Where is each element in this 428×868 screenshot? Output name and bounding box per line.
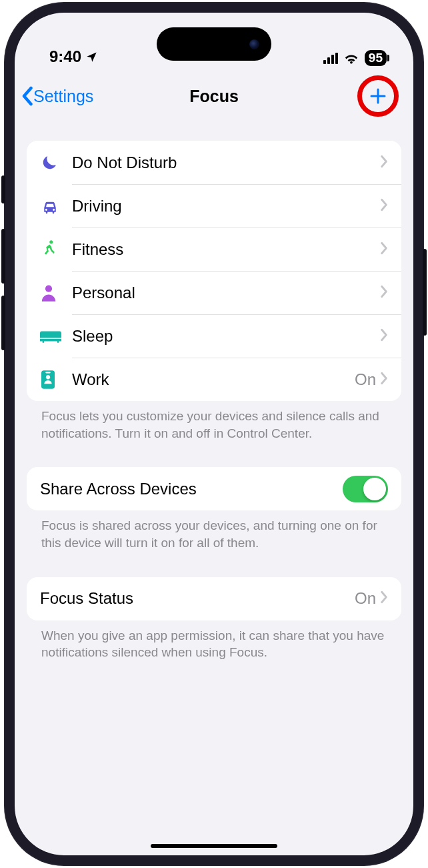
add-button[interactable]	[359, 77, 397, 115]
footer-text: When you give an app permission, it can …	[27, 620, 401, 661]
side-button	[423, 249, 427, 336]
focus-mode-label: Driving	[67, 197, 380, 215]
wifi-icon	[343, 52, 359, 64]
home-indicator[interactable]	[151, 844, 277, 848]
chevron-right-icon	[380, 198, 388, 214]
car-icon	[40, 197, 67, 215]
focus-mode-work[interactable]: WorkOn	[27, 358, 401, 401]
focus-status-label: Focus Status	[40, 589, 355, 608]
back-button[interactable]: Settings	[21, 86, 93, 106]
side-button	[1, 175, 5, 203]
chevron-right-icon	[380, 328, 388, 344]
runner-icon	[40, 240, 67, 260]
cellular-icon	[323, 53, 338, 64]
focus-mode-label: Personal	[67, 284, 380, 302]
focus-status-row[interactable]: Focus Status On	[27, 577, 401, 620]
chevron-right-icon	[380, 285, 388, 301]
chevron-right-icon	[380, 155, 388, 171]
focus-mode-label: Work	[67, 370, 355, 389]
share-label: Share Across Devices	[40, 480, 343, 498]
moon-icon	[40, 153, 67, 172]
svg-point-1	[45, 285, 52, 292]
share-section: Share Across Devices	[27, 467, 401, 510]
focus-mode-sleep[interactable]: Sleep	[27, 314, 401, 358]
side-button	[1, 296, 5, 350]
chevron-right-icon	[380, 590, 388, 606]
share-toggle[interactable]	[343, 476, 388, 502]
footer-text: Focus is shared across your devices, and…	[27, 510, 401, 551]
focus-modes-list: Do Not DisturbDrivingFitnessPersonalSlee…	[27, 141, 401, 401]
focus-mode-label: Do Not Disturb	[67, 153, 380, 172]
svg-point-0	[49, 240, 53, 244]
footer-text: Focus lets you customize your devices an…	[27, 401, 401, 442]
dynamic-island	[157, 27, 271, 61]
focus-mode-label: Fitness	[67, 240, 380, 259]
side-button	[1, 229, 5, 284]
bed-icon	[40, 328, 67, 344]
focus-mode-driving[interactable]: Driving	[27, 184, 401, 228]
focus-mode-do-not-disturb[interactable]: Do Not Disturb	[27, 141, 401, 184]
chevron-right-icon	[380, 372, 388, 388]
svg-rect-4	[45, 372, 51, 373]
chevron-right-icon	[380, 242, 388, 258]
nav-bar: Settings Focus	[15, 74, 413, 118]
share-across-devices-row[interactable]: Share Across Devices	[27, 467, 401, 510]
battery-indicator: 95	[365, 50, 387, 66]
screen: 9:40 95 Settings Focus	[15, 13, 413, 855]
back-label: Settings	[33, 87, 93, 106]
focus-mode-label: Sleep	[67, 327, 380, 346]
focus-status-value: On	[355, 589, 380, 608]
highlight-circle	[357, 75, 399, 117]
status-time: 9:40	[49, 47, 81, 66]
page-title: Focus	[189, 87, 239, 106]
svg-point-3	[46, 375, 50, 379]
person-icon	[40, 284, 67, 302]
focus-mode-personal[interactable]: Personal	[27, 271, 401, 314]
focus-status-section: Focus Status On	[27, 577, 401, 620]
badge-icon	[40, 370, 67, 390]
focus-mode-fitness[interactable]: Fitness	[27, 228, 401, 271]
location-icon	[85, 51, 98, 63]
phone-frame: 9:40 95 Settings Focus	[4, 2, 424, 866]
focus-mode-value: On	[355, 370, 380, 389]
